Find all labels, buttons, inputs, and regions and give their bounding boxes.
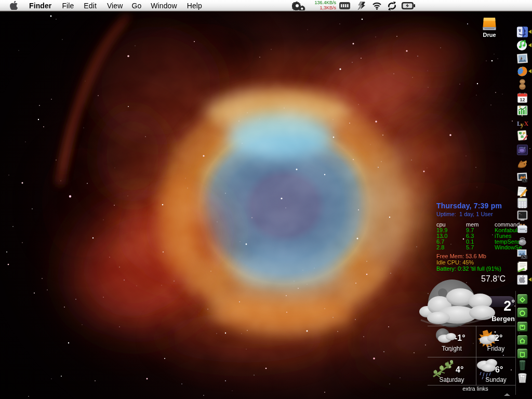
svg-text:>_: >_ — [519, 212, 522, 215]
svg-text:12: 12 — [520, 97, 525, 102]
svg-text:X: X — [524, 120, 528, 127]
